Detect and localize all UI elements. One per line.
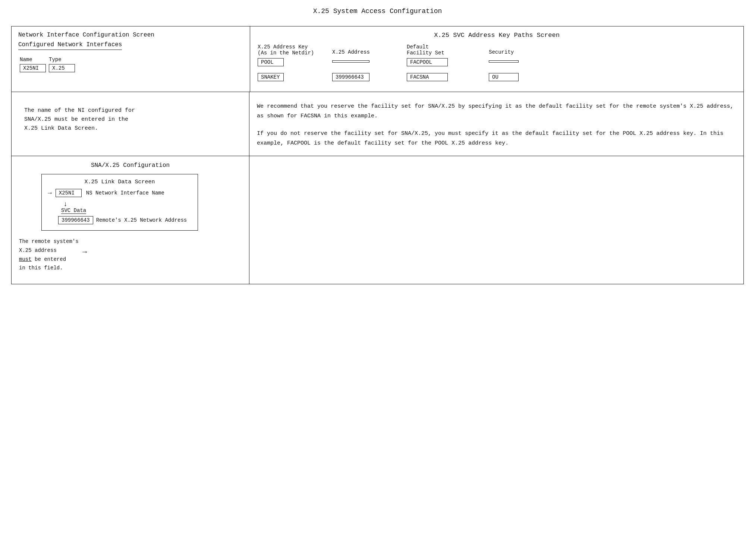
ni-screen-subtitle: Configured Network Interfaces [18, 41, 122, 50]
remote-annotation-text: The remote system's X.25 address must be… [19, 237, 79, 273]
svc-row2-col2: 399966643 [332, 73, 407, 81]
sna-config-area: SNA/X.25 Configuration X.25 Link Data Sc… [12, 156, 249, 284]
ni-config-box: Network Interface Configuration Screen C… [12, 26, 250, 92]
page-title: X.25 System Access Configuration [11, 7, 744, 15]
svc-col2-header: X.25 Address [332, 44, 407, 56]
sna-config-title: SNA/X.25 Configuration [19, 162, 242, 169]
ni-annotation-area: The name of the NI configured for SNA/X.… [12, 92, 249, 156]
ni-table-header-type: Type [47, 56, 76, 63]
link-data-ni-label: NS Network Interface Name [86, 190, 164, 196]
ni-annotation-text: The name of the NI configured for SNA/X.… [19, 106, 242, 133]
table-row: X25NI X.25 [18, 63, 76, 73]
svc-data-label: SVC Data [61, 208, 86, 214]
link-data-address-field: 399966643 [58, 216, 93, 224]
link-data-screen-box: X.25 Link Data Screen → X25NI NS Network… [41, 174, 198, 231]
svc-row2-col4: OU [489, 73, 548, 81]
remote-must-text: must [19, 256, 32, 262]
svc-screen-box: X.25 SVC Address Key Paths Screen X.25 A… [250, 26, 743, 92]
svc-col3-header: Default Facility Set [407, 44, 489, 56]
ni-screen-title: Network Interface Configuration Screen [18, 32, 243, 38]
svc-row1-col3: FACPOOL [407, 56, 489, 66]
link-data-address-label: Remote's X.25 Network Address [96, 217, 187, 223]
remote-annotation-area: The remote system's X.25 address must be… [19, 237, 242, 273]
svc-row2-col1: SNAKEY [258, 73, 332, 81]
svc-row2-col3: FACSNA [407, 73, 489, 81]
remote-arrow-icon: → [82, 248, 87, 256]
ni-table: Name Type X25NI X.25 [18, 56, 76, 73]
recommendation-area: We recommend that you reserve the facili… [249, 92, 743, 156]
recommend-para1: We recommend that you reserve the facili… [257, 102, 734, 121]
link-data-address-row: 399966643 Remote's X.25 Network Address [58, 216, 192, 224]
bottom-right-empty [249, 156, 743, 284]
link-data-ni-field: X25NI [56, 189, 82, 197]
svc-row1-col4 [489, 56, 548, 66]
ni-table-cell-name: X25NI [18, 63, 47, 73]
link-data-screen-title: X.25 Link Data Screen [48, 179, 192, 185]
svc-col1-header: X.25 Address Key (As in the Netdir) [258, 44, 332, 56]
ni-table-cell-type: X.25 [47, 63, 76, 73]
arrow-right-icon: → [48, 189, 52, 197]
link-data-ni-row: → X25NI NS Network Interface Name [48, 189, 192, 197]
arrow-down-icon: ↓ [63, 201, 67, 208]
svc-col4-header: Security [489, 44, 548, 56]
svc-screen-title: X.25 SVC Address Key Paths Screen [258, 32, 736, 39]
recommend-para2: If you do not reserve the facility set f… [257, 129, 734, 149]
ni-table-header-name: Name [18, 56, 47, 63]
svc-row1-col1: POOL [258, 56, 332, 66]
svc-row1-col2 [332, 56, 407, 66]
